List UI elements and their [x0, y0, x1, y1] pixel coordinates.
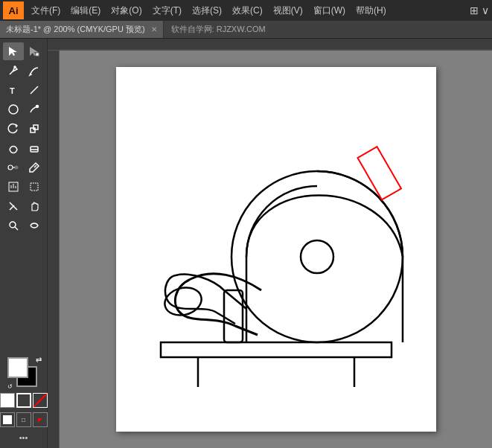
title-bar-right: ⊞ ∨ [470, 4, 489, 16]
svg-point-6 [9, 105, 18, 114]
color-boxes: ⇄ ↺ [7, 357, 40, 390]
menu-bar: 文件(F) 编辑(E) 对象(O) 文字(T) 选择(S) 效果(C) 视图(V… [27, 3, 391, 19]
tool-row-9 [0, 197, 48, 215]
stroke-box[interactable] [16, 393, 31, 408]
svg-point-3 [14, 66, 16, 68]
svg-point-29 [301, 240, 333, 273]
pencil-tool[interactable] [24, 100, 45, 118]
slice-tool[interactable] [3, 197, 24, 215]
pen-tool[interactable] [3, 62, 24, 80]
ruler-top [48, 39, 492, 51]
menu-select[interactable]: 选择(S) [188, 3, 226, 19]
menu-view[interactable]: 视图(V) [269, 3, 307, 19]
tool-row-2 [0, 62, 48, 80]
svg-text:T: T [10, 86, 15, 95]
tool-row-8 [0, 178, 48, 196]
svg-rect-2 [36, 53, 39, 56]
warp-tool[interactable] [24, 217, 45, 234]
tab-active[interactable]: 未标题-1* @ 200% (CMYK/GPU 预览) ✕ [0, 21, 164, 38]
svg-line-5 [31, 86, 38, 94]
fill-stroke-row [0, 393, 48, 408]
type-tool[interactable]: T [3, 81, 24, 99]
eraser-tool[interactable] [24, 139, 45, 157]
artboard-tool[interactable] [24, 178, 45, 196]
svg-rect-9 [33, 125, 38, 129]
normal-mode[interactable] [0, 412, 15, 427]
artboard [116, 67, 436, 432]
more-tools[interactable]: ••• [19, 433, 28, 442]
svg-rect-8 [31, 128, 35, 132]
foreground-color[interactable] [7, 357, 28, 378]
tab-close-button[interactable]: ✕ [151, 25, 157, 33]
ruler-left [48, 51, 60, 448]
tab-inactive[interactable]: 软件自学网: RJZXW.COM [164, 21, 273, 38]
tool-row-1 [0, 42, 48, 60]
svg-line-15 [34, 165, 36, 167]
svg-point-7 [36, 106, 38, 108]
fill-box[interactable] [0, 393, 15, 408]
rotate-tool[interactable] [3, 120, 24, 138]
tab-inactive-label: 软件自学网: RJZXW.COM [171, 24, 266, 35]
canvas-content[interactable] [60, 51, 492, 448]
menu-effect[interactable]: 效果(C) [228, 3, 267, 19]
none-box[interactable] [33, 393, 48, 408]
menu-window[interactable]: 窗口(W) [309, 3, 350, 19]
tab-bar: 未标题-1* @ 200% (CMYK/GPU 预览) ✕ 软件自学网: RJZ… [0, 21, 492, 39]
menu-edit[interactable]: 编辑(E) [66, 3, 105, 19]
shaper-tool[interactable] [3, 139, 24, 157]
direct-select-tool[interactable] [24, 42, 45, 60]
ellipse-tool[interactable] [3, 100, 24, 118]
zoom-tool[interactable] [3, 217, 24, 234]
tool-row-5 [0, 120, 48, 138]
svg-rect-24 [161, 342, 392, 357]
tool-row-10 [0, 217, 48, 234]
scale-tool[interactable] [24, 120, 45, 138]
menu-object[interactable]: 对象(O) [106, 3, 146, 19]
svg-marker-0 [9, 47, 17, 56]
screen-mode[interactable]: □ [16, 412, 31, 427]
tab-active-label: 未标题-1* @ 200% (CMYK/GPU 预览) [6, 24, 145, 35]
tool-row-7 [0, 159, 48, 176]
drawing-svg [116, 67, 436, 432]
ai-logo: Ai [3, 1, 24, 19]
blend-tool[interactable] [3, 159, 24, 176]
canvas-area [48, 39, 492, 448]
svg-point-13 [15, 166, 18, 169]
left-toolbar: T [0, 39, 48, 448]
fullscreen-mode[interactable]: ◤ [33, 412, 48, 427]
hand-tool[interactable] [24, 197, 45, 215]
freeform-tool[interactable] [24, 62, 45, 80]
line-tool[interactable] [24, 81, 45, 99]
menu-help[interactable]: 帮助(H) [351, 3, 391, 19]
tool-row-3: T [0, 81, 48, 99]
eyedropper-tool[interactable] [24, 159, 45, 176]
selection-tool[interactable] [3, 42, 24, 60]
menu-file[interactable]: 文件(F) [27, 3, 65, 19]
tool-row-4 [0, 100, 48, 118]
svg-point-12 [8, 165, 13, 170]
reset-colors[interactable]: ↺ [7, 383, 13, 390]
color-area: ⇄ ↺ □ ◤ ••• [0, 354, 51, 445]
svg-point-21 [10, 222, 16, 228]
svg-rect-20 [31, 183, 38, 191]
svg-rect-32 [357, 147, 400, 199]
title-bar: Ai 文件(F) 编辑(E) 对象(O) 文字(T) 选择(S) 效果(C) 视… [0, 0, 492, 21]
graph-tool[interactable] [3, 178, 24, 196]
workspace-icon[interactable]: ⊞ ∨ [470, 4, 489, 16]
swap-colors[interactable]: ⇄ [36, 356, 42, 364]
tool-row-6 [0, 139, 48, 157]
menu-type[interactable]: 文字(T) [148, 3, 186, 19]
svg-line-22 [15, 227, 18, 230]
mode-row: □ ◤ [0, 412, 48, 427]
main-area: T [0, 39, 492, 448]
